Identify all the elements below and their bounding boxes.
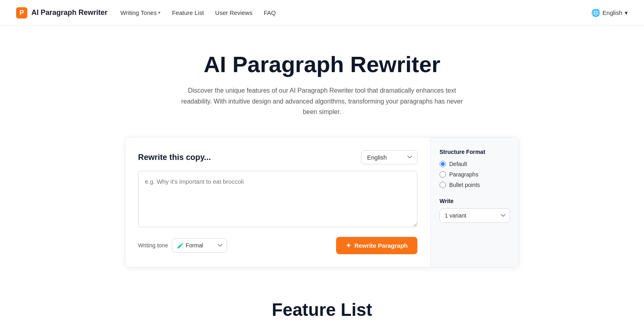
rewrite-paragraph-button[interactable]: ✦ Rewrite Paragraph (336, 237, 417, 254)
format-label-default: Default (449, 161, 467, 167)
language-select[interactable]: English Spanish French German Italian Po… (361, 150, 417, 164)
language-switcher[interactable]: 🌐 English ▾ (591, 8, 628, 17)
navbar-left: P AI Paragraph Rewriter Writing Tones ▾ … (16, 7, 276, 19)
nav-links: Writing Tones ▾ Feature List User Review… (120, 9, 276, 16)
hero-section: AI Paragraph Rewriter Discover the uniqu… (0, 26, 644, 137)
rewrite-textarea[interactable] (138, 171, 417, 227)
tool-card: Rewrite this copy... English Spanish Fre… (125, 137, 519, 268)
logo-area[interactable]: P AI Paragraph Rewriter (16, 7, 107, 19)
navbar: P AI Paragraph Rewriter Writing Tones ▾ … (0, 0, 644, 26)
nav-item-writing-tones[interactable]: Writing Tones ▾ (120, 9, 161, 16)
format-radio-default[interactable] (440, 161, 446, 167)
nav-item-feature-list[interactable]: Feature List (172, 9, 204, 16)
tone-select[interactable]: 🧪 Formal 😊 Casual 💬 Persuasive 📚 Informa… (172, 238, 227, 253)
hero-subtitle: Discover the unique features of our AI P… (177, 85, 467, 117)
hero-title: AI Paragraph Rewriter (16, 52, 628, 77)
tool-section: Rewrite this copy... English Spanish Fre… (109, 137, 535, 268)
tool-sidebar: Structure Format Default Paragraphs Bull… (430, 137, 519, 267)
chevron-down-icon: ▾ (625, 9, 628, 17)
feature-section: Feature List (0, 292, 644, 336)
write-label: Write (440, 198, 510, 204)
nav-item-user-reviews[interactable]: User Reviews (215, 9, 253, 16)
tool-footer: Writing tone 🧪 Formal 😊 Casual 💬 Persuas… (138, 237, 417, 254)
sparkle-icon: ✦ (346, 242, 351, 249)
format-label-paragraphs: Paragraphs (449, 171, 478, 178)
format-label-bullet-points: Bullet points (449, 182, 480, 188)
logo-icon: P (16, 7, 27, 19)
format-radio-bullet-points[interactable] (440, 182, 446, 188)
feature-list-title: Feature List (16, 300, 628, 320)
structure-format-title: Structure Format (440, 149, 510, 155)
chevron-down-icon: ▾ (158, 10, 161, 15)
tool-header: Rewrite this copy... English Spanish Fre… (138, 150, 417, 164)
language-label: English (603, 9, 622, 16)
variant-select[interactable]: 1 variant 2 variants 3 variants (440, 208, 510, 223)
format-option-bullet-points[interactable]: Bullet points (440, 182, 510, 188)
format-radio-group: Default Paragraphs Bullet points (440, 161, 510, 188)
copy-label: Rewrite this copy... (138, 153, 211, 162)
tool-main: Rewrite this copy... English Spanish Fre… (125, 137, 430, 267)
format-option-default[interactable]: Default (440, 161, 510, 167)
writing-tone-label: Writing tone (138, 242, 168, 249)
format-radio-paragraphs[interactable] (440, 171, 446, 178)
logo-title: AI Paragraph Rewriter (31, 8, 107, 17)
rewrite-button-label: Rewrite Paragraph (354, 242, 408, 249)
globe-icon: 🌐 (591, 8, 600, 17)
nav-item-faq[interactable]: FAQ (264, 9, 276, 16)
format-option-paragraphs[interactable]: Paragraphs (440, 171, 510, 178)
writing-tone-group: Writing tone 🧪 Formal 😊 Casual 💬 Persuas… (138, 238, 227, 253)
